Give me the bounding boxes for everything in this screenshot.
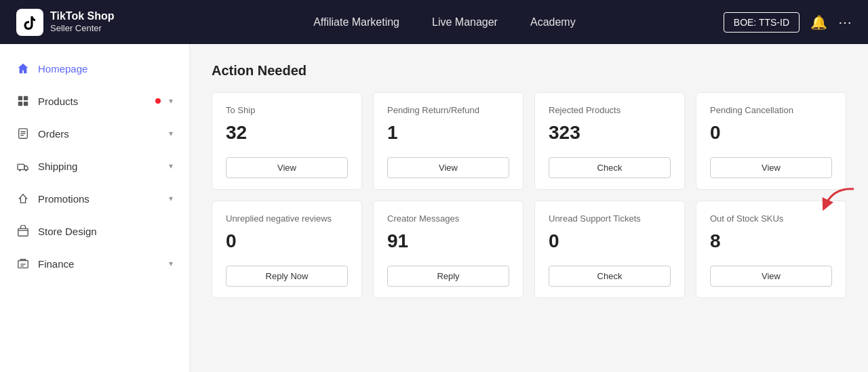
sidebar-finance-label: Finance <box>38 258 161 270</box>
card-rejected-products: Rejected Products 323 Check <box>534 92 685 190</box>
section-title: Action Needed <box>212 63 846 79</box>
card-creator-messages: Creator Messages 91 Reply <box>373 201 524 298</box>
sidebar-item-shipping[interactable]: Shipping ▾ <box>0 150 189 182</box>
sidebar-orders-label: Orders <box>38 128 161 140</box>
card-unreplied-reviews: Unreplied negative reviews 0 Reply Now <box>212 201 362 298</box>
nav-live-manager[interactable]: Live Manager <box>432 16 498 28</box>
logo-area: TikTok Shop Seller Center <box>16 9 165 36</box>
cards-row-2: Unreplied negative reviews 0 Reply Now C… <box>212 201 846 298</box>
svg-rect-3 <box>18 102 22 106</box>
card-unreplied-label: Unreplied negative reviews <box>226 213 348 224</box>
card-pending-cancel-button[interactable]: View <box>710 157 832 178</box>
card-unreplied-button[interactable]: Reply Now <box>226 266 348 287</box>
svg-rect-12 <box>18 228 28 236</box>
logo-line2: Seller Center <box>50 23 115 35</box>
finance-icon <box>16 257 30 270</box>
more-icon[interactable]: ⋯ <box>838 14 852 30</box>
card-creator-value: 91 <box>387 230 509 252</box>
card-out-of-stock-button[interactable]: View <box>710 266 832 287</box>
nav-affiliate-marketing[interactable]: Affiliate Marketing <box>313 16 399 28</box>
card-to-ship-value: 32 <box>226 122 348 144</box>
card-unread-tickets: Unread Support Tickets 0 Check <box>534 201 685 298</box>
finance-chevron: ▾ <box>169 259 173 268</box>
red-arrow-indicator <box>820 186 858 212</box>
card-pending-cancel-label: Pending Cancellation <box>710 105 832 115</box>
svg-point-10 <box>19 169 21 171</box>
sidebar-item-promotions[interactable]: Promotions ▾ <box>0 182 189 215</box>
card-pending-cancel-value: 0 <box>710 122 832 144</box>
sidebar: Homepage Products ▾ <box>0 44 190 372</box>
card-pending-return-button[interactable]: View <box>387 157 509 178</box>
card-rejected-value: 323 <box>549 122 671 144</box>
card-unread-value: 0 <box>549 230 671 252</box>
sidebar-promotions-label: Promotions <box>38 193 161 205</box>
sidebar-store-design-label: Store Design <box>38 226 173 237</box>
svg-rect-9 <box>18 164 24 169</box>
card-unread-label: Unread Support Tickets <box>549 213 671 224</box>
sidebar-item-products[interactable]: Products ▾ <box>0 85 189 117</box>
sidebar-item-finance[interactable]: Finance ▾ <box>0 247 189 280</box>
card-out-of-stock-value: 8 <box>710 230 832 252</box>
products-icon <box>16 94 30 108</box>
card-pending-return-refund: Pending Return/Refund 1 View <box>373 92 524 190</box>
products-chevron: ▾ <box>169 96 173 106</box>
topbar-right: BOE: TTS-ID 🔔 ⋯ <box>724 12 852 33</box>
svg-rect-4 <box>24 102 28 106</box>
sidebar-products-label: Products <box>38 96 144 107</box>
svg-point-11 <box>25 169 27 171</box>
sidebar-item-homepage[interactable]: Homepage <box>0 52 189 85</box>
card-creator-label: Creator Messages <box>387 213 509 224</box>
card-rejected-label: Rejected Products <box>549 105 671 115</box>
sidebar-item-store-design[interactable]: Store Design <box>0 215 189 247</box>
sidebar-item-orders[interactable]: Orders ▾ <box>0 117 189 150</box>
card-to-ship-button[interactable]: View <box>226 157 348 178</box>
nav-academy[interactable]: Academy <box>530 16 576 28</box>
orders-icon <box>16 127 30 140</box>
orders-chevron: ▾ <box>169 129 173 138</box>
promotions-icon <box>16 192 30 205</box>
bell-icon[interactable]: 🔔 <box>810 14 827 30</box>
card-pending-return-label: Pending Return/Refund <box>387 105 509 115</box>
shipping-chevron: ▾ <box>169 161 173 171</box>
sidebar-shipping-label: Shipping <box>38 161 161 172</box>
svg-rect-2 <box>24 96 28 100</box>
nav-links: Affiliate Marketing Live Manager Academy <box>165 16 724 28</box>
svg-rect-1 <box>18 96 22 100</box>
store-design-icon <box>16 224 30 238</box>
card-unread-button[interactable]: Check <box>549 266 671 287</box>
card-pending-return-value: 1 <box>387 122 509 144</box>
card-out-of-stock-label: Out of Stock SKUs <box>710 213 832 224</box>
layout: Homepage Products ▾ <box>0 44 868 372</box>
tiktok-logo-icon <box>16 9 43 36</box>
products-badge <box>155 98 161 104</box>
main-content: Action Needed To Ship 32 View Pending Re… <box>190 44 868 372</box>
sidebar-homepage-label: Homepage <box>38 63 173 75</box>
card-out-of-stock: Out of Stock SKUs 8 View <box>696 201 846 298</box>
card-creator-button[interactable]: Reply <box>387 266 509 287</box>
home-icon <box>16 62 30 75</box>
shipping-icon <box>16 159 30 173</box>
promotions-chevron: ▾ <box>169 194 173 203</box>
card-unreplied-value: 0 <box>226 230 348 252</box>
card-to-ship-label: To Ship <box>226 105 348 115</box>
card-pending-cancellation: Pending Cancellation 0 View <box>696 92 846 190</box>
logo-text: TikTok Shop Seller Center <box>50 9 115 35</box>
topbar: TikTok Shop Seller Center Affiliate Mark… <box>0 0 868 44</box>
cards-row-1: To Ship 32 View Pending Return/Refund 1 … <box>212 92 846 190</box>
card-to-ship: To Ship 32 View <box>212 92 362 190</box>
card-rejected-button[interactable]: Check <box>549 157 671 178</box>
logo-line1: TikTok Shop <box>50 9 115 24</box>
boe-button[interactable]: BOE: TTS-ID <box>724 12 800 33</box>
